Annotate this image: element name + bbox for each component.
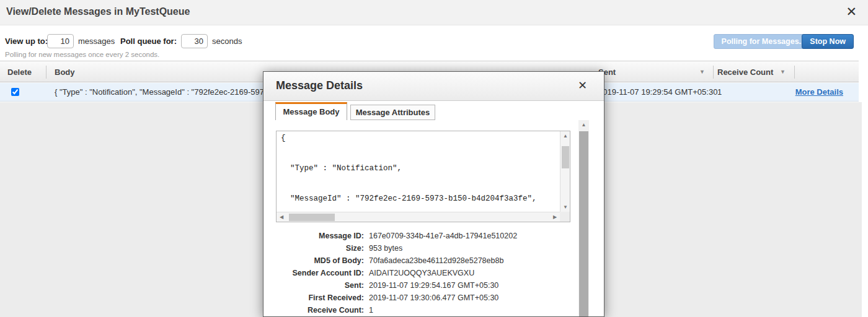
column-header-delete: Delete [7, 67, 32, 77]
modal-vertical-scrollbar[interactable]: ▲ [578, 120, 589, 316]
detail-row-receive-count: Receive Count: 1 [276, 305, 580, 317]
message-body-json: { "Type" : "Notification", "MessageId" :… [277, 131, 560, 212]
modal-scrollbar-thumb[interactable] [579, 131, 588, 316]
code-vertical-scrollbar[interactable]: ▲ ▼ [560, 131, 570, 212]
modal-title-bar: Message Details ✕ [264, 72, 604, 101]
detail-row-sent: Sent: 2019-11-07 19:29:54.167 GMT+05:30 [276, 280, 580, 292]
code-horizontal-scrollbar[interactable]: ◀ ▶ [277, 212, 560, 222]
detail-row-md5: MD5 of Body: 70fa6adeca23be46112d928e527… [276, 255, 580, 267]
messages-label: messages [78, 37, 115, 46]
message-body-viewer[interactable]: { "Type" : "Notification", "MessageId" :… [276, 131, 570, 222]
page-header: View/Delete Messages in MyTestQueue ✕ [0, 0, 868, 25]
json-line: { [281, 133, 560, 143]
json-line: "Type" : "Notification", [281, 163, 560, 173]
page-title: View/Delete Messages in MyTestQueue [6, 6, 190, 17]
modal-title: Message Details [276, 79, 363, 92]
horizontal-scrollbar-thumb[interactable] [289, 214, 335, 221]
delete-checkbox[interactable] [11, 88, 19, 96]
column-header-receive-count: Receive Count [717, 67, 773, 77]
scroll-up-icon[interactable]: ▲ [578, 120, 589, 129]
poll-queue-input[interactable] [181, 34, 208, 48]
scroll-up-icon[interactable]: ▲ [560, 131, 570, 141]
column-divider [46, 66, 46, 79]
column-divider [794, 66, 795, 79]
column-divider [713, 66, 714, 79]
tab-message-attributes[interactable]: Message Attributes [350, 105, 435, 120]
sort-icon[interactable]: ▼ [780, 69, 786, 75]
detail-row-first-received: First Received: 2019-11-07 19:30:06.477 … [276, 292, 580, 305]
json-line: "MessageId" : "792fe2ec-2169-5973-b150-b… [281, 194, 560, 204]
seconds-label: seconds [212, 37, 242, 46]
more-details-link[interactable]: More Details [769, 87, 843, 97]
modal-close-icon[interactable]: ✕ [578, 79, 587, 92]
view-up-to-input[interactable] [47, 34, 74, 48]
vertical-scrollbar-thumb[interactable] [562, 146, 569, 168]
message-sent-cell: 2019-11-07 19:29:54 GMT+05:30 [598, 87, 717, 97]
polling-for-messages-button[interactable]: Polling for Messages... [714, 34, 813, 49]
column-header-body: Body [55, 67, 75, 77]
stop-now-button[interactable]: Stop Now [802, 34, 854, 49]
scrollbar-corner [560, 212, 570, 222]
scroll-right-icon[interactable]: ▶ [550, 212, 560, 222]
detail-row-message-id: Message ID: 167e0709-334b-41e7-a4db-1794… [276, 230, 580, 243]
message-details-modal: Message Details ✕ Message Body Message A… [263, 71, 604, 317]
detail-row-sender-account-id: Sender Account ID: AIDAIT2UOQQY3AUEKVGXU [276, 267, 580, 280]
scroll-left-icon[interactable]: ◀ [277, 212, 286, 222]
detail-row-size: Size: 953 bytes [276, 243, 580, 255]
scroll-down-icon[interactable]: ▼ [560, 202, 570, 212]
tab-message-body[interactable]: Message Body [275, 102, 347, 120]
message-receive-count-cell: 1 [717, 87, 722, 97]
sort-icon[interactable]: ▼ [699, 69, 705, 75]
view-up-to-label: View up to: [5, 37, 48, 46]
poll-queue-label: Poll queue for: [120, 37, 177, 46]
polling-note: Polling for new messages once every 2 se… [5, 51, 159, 58]
close-icon[interactable]: ✕ [846, 3, 857, 20]
